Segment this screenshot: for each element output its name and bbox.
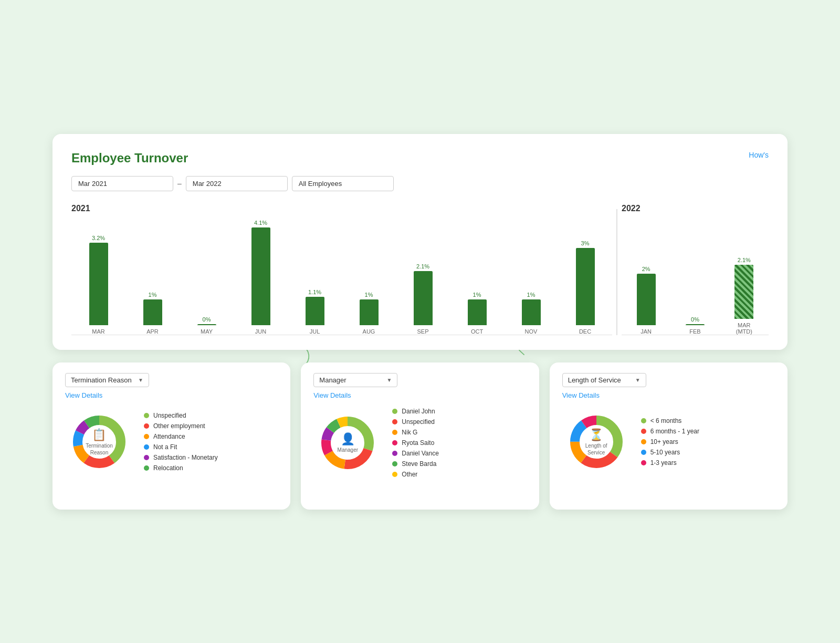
service-view-details[interactable]: View Details <box>562 391 775 399</box>
legend-item: Other <box>392 471 439 478</box>
service-dropdown-row: Length of Service ▼ <box>562 373 775 387</box>
termination-dropdown-arrow: ▼ <box>138 377 143 383</box>
legend-color <box>144 444 149 450</box>
bar <box>360 299 379 325</box>
legend-label: Not a Fit <box>153 443 177 451</box>
bar-group: 1%APR <box>125 220 180 335</box>
bar-month-label: NOV <box>525 328 538 335</box>
bar-value-label: 2% <box>642 266 650 272</box>
legend-item: Ryota Saito <box>392 439 439 447</box>
bar-group: 1%NOV <box>504 220 558 335</box>
termination-card-content: 📋 TerminationReason UnspecifiedOther emp… <box>65 408 278 476</box>
legend-color <box>641 418 646 423</box>
legend-color <box>144 413 149 418</box>
page-title: Employee Turnover <box>71 151 188 165</box>
termination-dropdown-row: Termination Reason ▼ <box>65 373 278 387</box>
manager-dropdown-arrow: ▼ <box>386 377 392 383</box>
legend-item: Daniel Vance <box>392 450 439 457</box>
bar-month-label: MAY <box>201 328 213 335</box>
legend-color <box>392 472 397 477</box>
start-date-input[interactable] <box>71 176 173 191</box>
service-center-label: ⏳ Length ofService <box>585 427 607 456</box>
legend-item: 10+ years <box>641 438 699 445</box>
bar-month-label: MAR <box>92 328 104 335</box>
end-date-input[interactable] <box>186 176 288 191</box>
bar-value-label: 3% <box>581 240 590 246</box>
termination-dropdown[interactable]: Termination Reason ▼ <box>65 373 149 387</box>
legend-item: Attendance <box>144 433 218 440</box>
legend-item: Unspecified <box>144 412 218 419</box>
manager-dropdown[interactable]: Manager ▼ <box>313 373 397 387</box>
legend-color <box>641 460 646 465</box>
legend-item: 1-3 years <box>641 459 699 466</box>
bar-month-label: SEP <box>417 328 428 335</box>
bars-row-2022: 2%JAN0%FEB2.1%MAR(MTD) <box>622 220 769 335</box>
bar-value-label: 0% <box>691 316 699 323</box>
legend-item: Not a Fit <box>144 443 218 451</box>
bar <box>576 248 595 325</box>
legend-item: Steve Barda <box>392 460 439 468</box>
bar <box>143 299 162 325</box>
bar-group: 1.1%JUL <box>288 220 342 335</box>
legend-item: 6 months - 1 year <box>641 428 699 435</box>
bar-month-label: AUG <box>363 328 375 335</box>
termination-donut: 📋 TerminationReason <box>65 408 133 476</box>
termination-center-text: TerminationReason <box>86 443 113 455</box>
chart-divider <box>616 209 617 335</box>
service-center-text: Length ofService <box>585 443 607 455</box>
legend-color <box>392 461 397 466</box>
legend-label: Steve Barda <box>402 460 436 468</box>
legend-color <box>392 409 397 414</box>
legend-color <box>144 434 149 439</box>
year-2021-label: 2021 <box>71 204 612 213</box>
bar-month-label: DEC <box>579 328 591 335</box>
bar-value-label: 0% <box>203 316 211 323</box>
termination-view-details[interactable]: View Details <box>65 391 278 399</box>
legend-label: Daniel Vance <box>402 450 439 457</box>
bar <box>468 299 487 325</box>
termination-legend: UnspecifiedOther employmentAttendanceNot… <box>144 412 218 472</box>
bar-month-label: JAN <box>640 328 652 335</box>
bar-value-label: 1.1% <box>308 289 321 295</box>
main-turnover-card: Employee Turnover How's – 20213.2%MAR1%A… <box>52 134 788 350</box>
bar-value-label: 1% <box>149 292 157 298</box>
bar-value-label: 2.1% <box>738 257 751 263</box>
manager-view-details[interactable]: View Details <box>313 391 526 399</box>
bar <box>734 265 753 318</box>
bar-group: 2%JAN <box>622 220 670 335</box>
bar <box>414 271 433 325</box>
bars-row-2021: 3.2%MAR1%APR0%MAY4.1%JUN1.1%JUL1%AUG2.1%… <box>71 220 612 335</box>
service-dropdown-arrow: ▼ <box>635 377 640 383</box>
legend-color <box>392 440 397 445</box>
legend-color <box>144 455 149 460</box>
bar-month-label: JUN <box>255 328 266 335</box>
legend-label: Attendance <box>153 433 185 440</box>
service-card: Length of Service ▼ View Details ⏳ Lengt… <box>550 362 788 510</box>
bar-group: 3%DEC <box>558 220 612 335</box>
legend-item: 5-10 years <box>641 449 699 456</box>
legend-label: 5-10 years <box>650 449 680 456</box>
legend-item: Relocation <box>144 464 218 472</box>
service-dropdown[interactable]: Length of Service ▼ <box>562 373 646 387</box>
legend-color <box>392 430 397 435</box>
card-header: Employee Turnover How's <box>71 151 769 165</box>
legend-label: 6 months - 1 year <box>650 428 699 435</box>
legend-item: < 6 months <box>641 417 699 424</box>
bar <box>637 274 656 325</box>
employee-filter-input[interactable] <box>292 176 394 191</box>
legend-item: Nik G <box>392 429 439 436</box>
legend-label: Satisfaction - Monetary <box>153 454 218 461</box>
bar-value-label: 1% <box>365 292 373 298</box>
hows-link[interactable]: How's <box>749 151 769 159</box>
bar-group: 2.1%MAR(MTD) <box>720 220 769 335</box>
bar-month-label: APR <box>146 328 159 335</box>
termination-reason-card: Termination Reason ▼ View Details 📋 Term… <box>52 362 290 510</box>
bar-group: 1%OCT <box>450 220 504 335</box>
bar-value-label: 1% <box>527 292 536 298</box>
bar-value-label: 2.1% <box>416 263 429 269</box>
legend-label: Unspecified <box>402 418 435 426</box>
bar-month-label: JUL <box>310 328 320 335</box>
bar <box>686 324 705 325</box>
legend-label: Nik G <box>402 429 417 436</box>
legend-item: Daniel John <box>392 408 439 415</box>
